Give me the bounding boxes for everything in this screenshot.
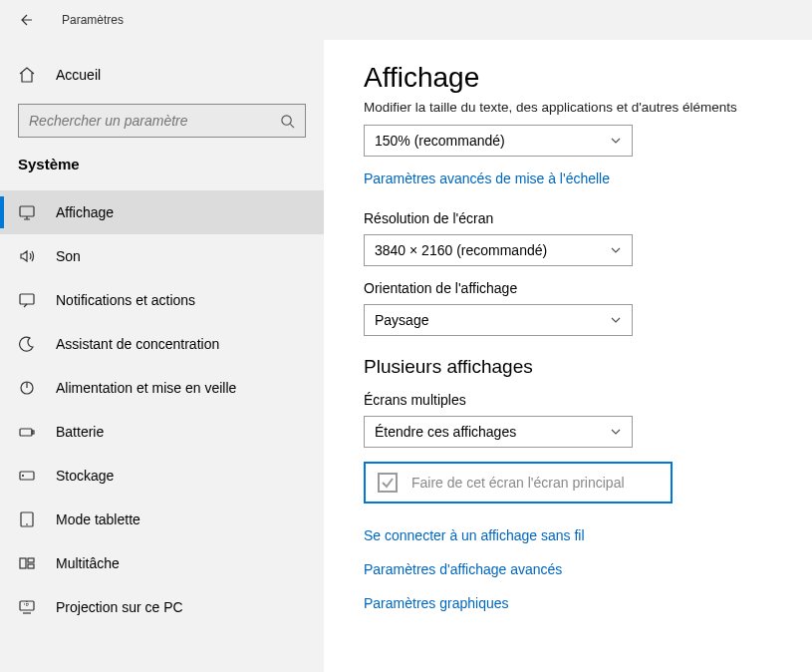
chevron-down-icon: [610, 244, 622, 256]
main-display-checkbox-highlight: Faire de cet écran l'écran principal: [364, 462, 673, 504]
chevron-down-icon: [610, 426, 622, 438]
scale-dropdown[interactable]: 150% (recommandé): [364, 125, 633, 157]
back-button[interactable]: [18, 12, 34, 28]
content-area: Affichage Modifier la taille du texte, d…: [324, 40, 812, 672]
sidebar-item-battery[interactable]: Batterie: [0, 410, 324, 454]
multi-display-value: Étendre ces affichages: [375, 424, 516, 440]
window-title: Paramètres: [62, 13, 124, 27]
titlebar: Paramètres: [0, 0, 812, 40]
orientation-dropdown[interactable]: Paysage: [364, 304, 633, 336]
advanced-scaling-link[interactable]: Paramètres avancés de mise à l'échelle: [364, 170, 772, 186]
svg-rect-5: [32, 431, 34, 434]
display-icon: [18, 203, 36, 221]
category-label: Système: [0, 156, 324, 190]
sidebar-item-affichage[interactable]: Affichage: [0, 190, 324, 234]
svg-rect-10: [28, 558, 34, 562]
scale-value: 150% (recommandé): [375, 133, 505, 149]
sidebar-item-label: Mode tablette: [56, 511, 140, 527]
chevron-down-icon: [610, 135, 622, 147]
sidebar-item-label: Son: [56, 248, 81, 264]
wireless-display-link[interactable]: Se connecter à un affichage sans fil: [364, 527, 772, 543]
chevron-down-icon: [610, 314, 622, 326]
resolution-label: Résolution de l'écran: [364, 210, 772, 226]
sidebar-item-tablet[interactable]: Mode tablette: [0, 498, 324, 541]
sidebar-item-label: Multitâche: [56, 555, 120, 571]
home-icon: [18, 66, 36, 84]
sidebar-item-projection[interactable]: Projection sur ce PC: [0, 585, 324, 629]
power-icon: [18, 379, 36, 397]
battery-icon: [18, 423, 36, 441]
svg-point-0: [282, 115, 291, 124]
advanced-display-link[interactable]: Paramètres d'affichage avancés: [364, 561, 772, 577]
home-label: Accueil: [56, 67, 101, 83]
notifications-icon: [18, 291, 36, 309]
search-box[interactable]: [18, 104, 306, 138]
sound-icon: [18, 247, 36, 265]
main-display-checkbox-label: Faire de cet écran l'écran principal: [411, 475, 625, 491]
main-display-checkbox[interactable]: [378, 473, 398, 493]
sidebar-item-notifications[interactable]: Notifications et actions: [0, 278, 324, 322]
sidebar-item-label: Notifications et actions: [56, 292, 195, 308]
sidebar-item-label: Alimentation et mise en veille: [56, 380, 236, 396]
sidebar-item-multitask[interactable]: Multitâche: [0, 541, 324, 585]
sidebar-item-label: Affichage: [56, 204, 114, 220]
sidebar-item-label: Batterie: [56, 424, 104, 440]
sidebar-item-son[interactable]: Son: [0, 234, 324, 278]
orientation-value: Paysage: [375, 312, 428, 328]
tablet-icon: [18, 510, 36, 528]
sidebar-item-focus-assist[interactable]: Assistant de concentration: [0, 322, 324, 366]
sidebar-item-storage[interactable]: Stockage: [0, 454, 324, 498]
footer-links: Se connecter à un affichage sans fil Par…: [364, 527, 772, 611]
multi-display-section-title: Plusieurs affichages: [364, 356, 772, 378]
graphics-settings-link[interactable]: Paramètres graphiques: [364, 595, 772, 611]
multitask-icon: [18, 554, 36, 572]
svg-rect-11: [28, 564, 34, 568]
svg-rect-1: [20, 206, 34, 216]
sidebar-item-label: Projection sur ce PC: [56, 599, 183, 615]
svg-rect-2: [20, 294, 34, 304]
scale-label: Modifier la taille du texte, des applica…: [364, 100, 772, 115]
page-title: Affichage: [364, 62, 772, 94]
projection-icon: [18, 598, 36, 616]
multi-display-label: Écrans multiples: [364, 392, 772, 408]
storage-icon: [18, 467, 36, 485]
app-body: Accueil Système Affichage: [0, 40, 812, 672]
multi-display-dropdown[interactable]: Étendre ces affichages: [364, 416, 633, 448]
resolution-dropdown[interactable]: 3840 × 2160 (recommandé): [364, 234, 633, 266]
sidebar-item-label: Assistant de concentration: [56, 336, 219, 352]
home-nav[interactable]: Accueil: [0, 58, 324, 92]
search-input[interactable]: [29, 113, 280, 129]
sidebar: Accueil Système Affichage: [0, 40, 324, 672]
sidebar-item-power[interactable]: Alimentation et mise en veille: [0, 366, 324, 410]
svg-rect-4: [20, 429, 32, 436]
moon-icon: [18, 335, 36, 353]
svg-rect-9: [20, 558, 26, 568]
sidebar-item-label: Stockage: [56, 468, 114, 484]
search-icon: [280, 114, 295, 129]
resolution-value: 3840 × 2160 (recommandé): [375, 242, 547, 258]
orientation-label: Orientation de l'affichage: [364, 280, 772, 296]
svg-point-7: [23, 476, 24, 477]
